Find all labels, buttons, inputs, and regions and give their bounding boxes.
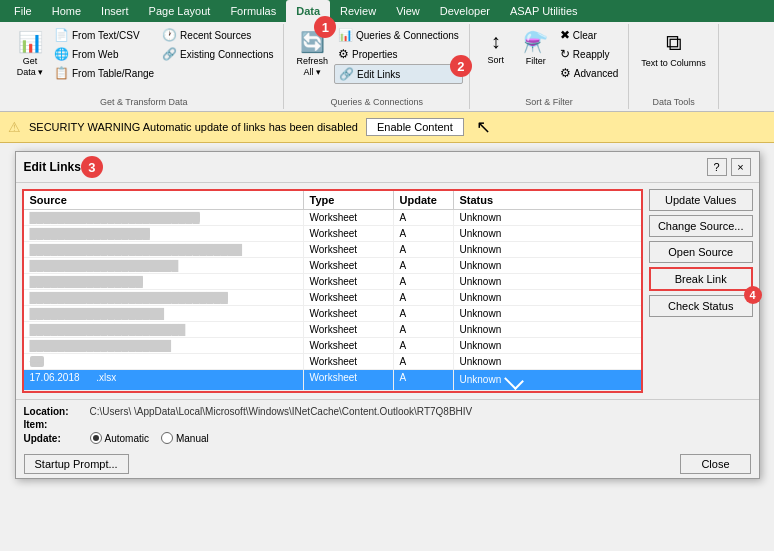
table-row[interactable]: █████████████████████ Worksheet A Unknow… [24, 258, 641, 274]
table-row-selected[interactable]: 17.06.2018 .xlsx Worksheet A Unknown [24, 370, 641, 391]
cell-status: Unknown [454, 338, 574, 353]
startup-prompt-button[interactable]: Startup Prompt... [24, 454, 129, 474]
sort-filter-content: ↕️ Sort ⚗️ Filter ✖ Clear ↻ Reapply ⚙ Ad… [476, 26, 622, 95]
advanced-icon: ⚙ [560, 66, 571, 80]
tab-asap[interactable]: ASAP Utilities [500, 0, 588, 22]
cell-source: ████████████████ [24, 274, 304, 289]
data-tools-content: ⧉ Text to Columns [635, 26, 712, 95]
tab-file[interactable]: File [4, 0, 42, 22]
cell-status: Unknown [454, 226, 574, 241]
cell-status: Unknown [454, 322, 574, 337]
cell-update: A [394, 322, 454, 337]
from-web-label: From Web [72, 49, 119, 60]
automatic-radio[interactable]: Automatic [90, 432, 149, 444]
get-transform-col: 📄 From Text/CSV 🌐 From Web 📋 From Table/… [50, 26, 158, 82]
close-button[interactable]: Close [680, 454, 750, 474]
step-2-badge: 2 [450, 55, 472, 77]
main-area: Edit Links 3 ? × Source Type Update Stat… [0, 151, 774, 479]
recent-sources-button[interactable]: 🕐 Recent Sources [158, 26, 277, 44]
group-data-tools: ⧉ Text to Columns Data Tools [629, 24, 719, 109]
table-row[interactable]: █████████████████ Worksheet A Unknown [24, 226, 641, 242]
get-data-button[interactable]: 📊 GetData ▾ [10, 26, 50, 82]
table-row[interactable]: ████████████████ Worksheet A Unknown [24, 274, 641, 290]
clear-icon: ✖ [560, 28, 570, 42]
table-row[interactable]: ██████████████████████ Worksheet A Unkno… [24, 322, 641, 338]
update-values-button[interactable]: Update Values [649, 189, 753, 211]
queries-connections-button[interactable]: 📊 Queries & Connections [334, 26, 463, 44]
from-text-csv-button[interactable]: 📄 From Text/CSV [50, 26, 158, 44]
filter-button[interactable]: ⚗️ Filter [516, 26, 556, 71]
table-row[interactable]: ████████████████████████████ Worksheet A… [24, 290, 641, 306]
enable-content-button[interactable]: Enable Content [366, 118, 464, 136]
tab-page-layout[interactable]: Page Layout [139, 0, 221, 22]
change-source-button[interactable]: Change Source... [649, 215, 753, 237]
cell-source: ── [24, 354, 304, 369]
tab-insert[interactable]: Insert [91, 0, 139, 22]
tab-home[interactable]: Home [42, 0, 91, 22]
from-table-label: From Table/Range [72, 68, 154, 79]
filter-icon: ⚗️ [523, 30, 548, 54]
table-row[interactable]: ████████████████████████ Worksheet A Unk… [24, 210, 641, 226]
properties-label: Properties [352, 49, 398, 60]
dialog-body: Source Type Update Status ██████████████… [16, 183, 759, 399]
table-row[interactable]: ███████████████████ Worksheet A Unknown [24, 306, 641, 322]
group-get-transform-content: 📊 GetData ▾ 📄 From Text/CSV 🌐 From Web 📋… [10, 26, 277, 95]
update-label: Update: [24, 433, 84, 444]
links-table: Source Type Update Status ██████████████… [22, 189, 643, 393]
reapply-icon: ↻ [560, 47, 570, 61]
properties-button[interactable]: ⚙ Properties [334, 45, 463, 63]
table-row[interactable]: ██████████████████████████████ Worksheet… [24, 242, 641, 258]
header-update: Update [394, 191, 454, 209]
cell-update: A [394, 274, 454, 289]
table-header: Source Type Update Status [24, 191, 641, 210]
help-button[interactable]: ? [707, 158, 727, 176]
sort-button[interactable]: ↕️ Sort [476, 26, 516, 70]
cell-update: A [394, 290, 454, 305]
cell-status: Unknown [454, 210, 574, 225]
cell-update: A [394, 338, 454, 353]
properties-icon: ⚙ [338, 47, 349, 61]
manual-label: Manual [176, 433, 209, 444]
check-status-button[interactable]: Check Status 4 [649, 295, 753, 317]
clear-button[interactable]: ✖ Clear [556, 26, 622, 44]
manual-radio[interactable]: Manual [161, 432, 209, 444]
dialog-title-buttons: ? × [707, 158, 751, 176]
sort-filter-label: Sort & Filter [525, 95, 573, 107]
cell-source-selected: 17.06.2018 .xlsx [24, 370, 304, 390]
advanced-button[interactable]: ⚙ Advanced [556, 64, 622, 82]
data-tools-label: Data Tools [652, 95, 694, 107]
get-transform-col2: 🕐 Recent Sources 🔗 Existing Connections [158, 26, 277, 63]
edit-links-button[interactable]: 2 🔗 Edit Links [334, 64, 463, 84]
cell-type-selected: Worksheet [304, 370, 394, 390]
group-sort-filter: ↕️ Sort ⚗️ Filter ✖ Clear ↻ Reapply ⚙ Ad… [470, 24, 629, 109]
web-icon: 🌐 [54, 47, 69, 61]
queries-connections-label: Queries & Connections [356, 30, 459, 41]
tab-view[interactable]: View [386, 0, 430, 22]
cell-status: Unknown [454, 258, 574, 273]
close-dialog-button[interactable]: × [731, 158, 751, 176]
open-source-button[interactable]: Open Source [649, 241, 753, 263]
dialog-footer: Location: C:\Users\ \AppData\Local\Micro… [16, 399, 759, 450]
from-table-button[interactable]: 📋 From Table/Range [50, 64, 158, 82]
automatic-radio-circle [90, 432, 102, 444]
reapply-button[interactable]: ↻ Reapply [556, 45, 622, 63]
refresh-label: RefreshAll ▾ [296, 56, 328, 78]
existing-connections-button[interactable]: 🔗 Existing Connections [158, 45, 277, 63]
tab-developer[interactable]: Developer [430, 0, 500, 22]
manual-radio-circle [161, 432, 173, 444]
break-link-button[interactable]: Break Link [649, 267, 753, 291]
step-3-container: 3 [81, 156, 103, 178]
edit-links-label: Edit Links [357, 69, 400, 80]
item-label: Item: [24, 419, 84, 430]
text-to-columns-button[interactable]: ⧉ Text to Columns [635, 26, 712, 73]
cell-source: ██████████████████████ [24, 322, 304, 337]
dialog-titlebar: Edit Links 3 ? × [16, 152, 759, 183]
cell-type: Worksheet [304, 274, 394, 289]
tab-review[interactable]: Review [330, 0, 386, 22]
table-row[interactable]: ████████████████████ Worksheet A Unknown [24, 338, 641, 354]
tab-formulas[interactable]: Formulas [220, 0, 286, 22]
group-get-transform: 📊 GetData ▾ 📄 From Text/CSV 🌐 From Web 📋… [4, 24, 284, 109]
table-row[interactable]: ── Worksheet A Unknown [24, 354, 641, 370]
from-web-button[interactable]: 🌐 From Web [50, 45, 158, 63]
edit-links-dialog: Edit Links 3 ? × Source Type Update Stat… [15, 151, 760, 479]
